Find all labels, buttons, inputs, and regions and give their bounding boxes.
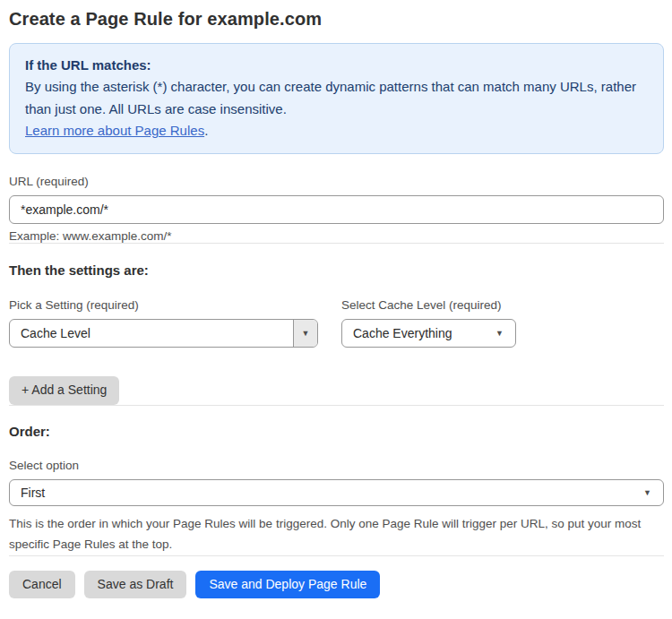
settings-row: Pick a Setting (required) Cache Level ▼ … [9, 298, 664, 348]
order-select-label: Select option [9, 459, 664, 472]
save-and-deploy-button[interactable]: Save and Deploy Page Rule [195, 571, 380, 598]
info-box-heading: If the URL matches: [25, 55, 648, 76]
chevron-down-icon: ▼ [495, 320, 515, 347]
page-title: Create a Page Rule for example.com [9, 9, 664, 30]
url-match-info-box: If the URL matches: By using the asteris… [9, 43, 664, 154]
order-section-heading: Order: [9, 424, 664, 439]
add-setting-button[interactable]: + Add a Setting [9, 376, 119, 404]
url-field-label: URL (required) [9, 175, 664, 188]
setting-picker-label: Pick a Setting (required) [9, 298, 318, 312]
learn-more-link[interactable]: Learn more about Page Rules [25, 123, 204, 138]
cache-level-select[interactable]: Cache Everything ▼ [341, 319, 516, 348]
url-field-group: URL (required) Example: www.example.com/… [9, 175, 664, 243]
setting-picker-value: Cache Level [10, 320, 293, 347]
form-actions: Cancel Save as Draft Save and Deploy Pag… [9, 571, 664, 598]
order-select[interactable]: First ▼ [9, 479, 664, 506]
setting-picker-select[interactable]: Cache Level ▼ [9, 319, 318, 348]
url-input[interactable] [9, 195, 664, 224]
create-page-rule-form: Create a Page Rule for example.com If th… [0, 0, 672, 609]
chevron-down-icon[interactable]: ▼ [293, 320, 317, 347]
order-select-value: First [10, 480, 643, 505]
cache-level-picker-label: Select Cache Level (required) [341, 298, 516, 312]
link-period: . [204, 123, 208, 138]
info-box-link-line: Learn more about Page Rules. [25, 120, 648, 142]
order-field-group: Select option First ▼ This is the order … [9, 459, 664, 555]
url-field-example: Example: www.example.com/* [9, 229, 664, 243]
save-as-draft-button[interactable]: Save as Draft [84, 571, 187, 598]
settings-section-heading: Then the settings are: [9, 262, 664, 278]
cache-level-value: Cache Everything [342, 320, 495, 347]
setting-picker-group: Pick a Setting (required) Cache Level ▼ [9, 298, 318, 348]
cancel-button[interactable]: Cancel [9, 571, 75, 598]
order-help-text: This is the order in which your Page Rul… [9, 513, 654, 555]
divider [9, 405, 664, 406]
divider [9, 243, 664, 244]
divider [9, 555, 664, 556]
info-box-body: By using the asterisk (*) character, you… [25, 76, 648, 120]
cache-level-picker-group: Select Cache Level (required) Cache Ever… [341, 298, 516, 348]
chevron-down-icon: ▼ [643, 480, 663, 505]
